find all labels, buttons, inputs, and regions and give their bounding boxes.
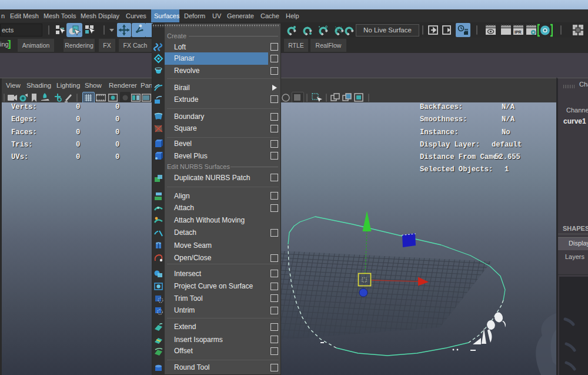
svg-text:IPR: IPR [514, 30, 522, 34]
